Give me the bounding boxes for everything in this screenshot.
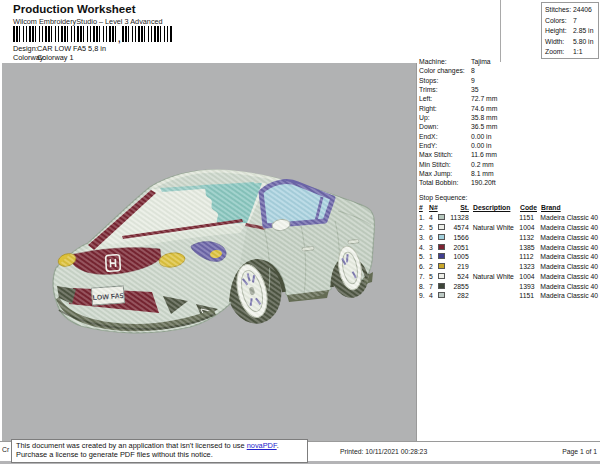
stop-sequence-row: 8.728551393Madeira Classic 40 bbox=[419, 282, 598, 292]
summary-row: Height:2.85 in bbox=[542, 26, 598, 37]
col-header: Description bbox=[473, 203, 518, 213]
machine-label: Right: bbox=[419, 104, 471, 113]
thread-code: 1323 bbox=[519, 262, 538, 272]
footer-page-number: Page 1 of 1 bbox=[540, 448, 597, 455]
row-index: 6. bbox=[419, 262, 429, 272]
thread-brand: Madeira Classic 40 bbox=[540, 213, 598, 223]
thread-swatch bbox=[438, 292, 445, 298]
design-row: Design: CAR LOW FA5 5,8 in bbox=[13, 44, 213, 53]
stop-sequence-row: 2.54574Natural White1004Madeira Classic … bbox=[419, 223, 598, 233]
page-title: Production Worksheet bbox=[13, 3, 135, 15]
footer-created-text: Cr bbox=[2, 446, 9, 453]
thread-code: 1393 bbox=[519, 282, 538, 292]
thread-description: Natural White bbox=[473, 223, 518, 233]
stitch-texture bbox=[42, 163, 387, 343]
machine-row: EndX:0.00 in bbox=[419, 132, 598, 141]
thread-brand: Madeira Classic 40 bbox=[540, 272, 598, 282]
thread-swatch bbox=[438, 234, 445, 240]
machine-label: Color changes: bbox=[419, 66, 471, 75]
machine-row: Max Stitch:11.6 mm bbox=[419, 150, 598, 159]
machine-value: 36.5 mm bbox=[471, 122, 497, 131]
notice-text-1: This document was created by an applicat… bbox=[16, 441, 247, 450]
thread-code: 1385 bbox=[519, 243, 538, 253]
machine-row: Up:35.8 mm bbox=[419, 113, 598, 122]
row-index: 2. bbox=[419, 223, 429, 233]
notice-line-2: Purchase a license to generate PDF files… bbox=[16, 450, 213, 459]
needle-number: 2 bbox=[429, 262, 438, 272]
summary-label: Stitches: bbox=[545, 5, 573, 16]
thread-swatch bbox=[438, 283, 445, 289]
machine-label: Left: bbox=[419, 94, 471, 103]
machine-label: Down: bbox=[419, 122, 471, 131]
summary-value: 7 bbox=[573, 16, 577, 27]
thread-brand: Madeira Classic 40 bbox=[540, 282, 598, 292]
machine-row: Total Bobbin:190.20ft bbox=[419, 178, 598, 187]
car-illustration: LOW FA5 bbox=[2, 63, 416, 441]
machine-label: EndX: bbox=[419, 132, 471, 141]
summary-value: 24406 bbox=[573, 5, 592, 16]
row-index: 4. bbox=[419, 243, 429, 253]
design-canvas: LOW FA5 bbox=[2, 63, 416, 441]
summary-row: Stitches:24406 bbox=[542, 5, 598, 16]
machine-value: 35 bbox=[471, 85, 479, 94]
machine-value: 8 bbox=[471, 66, 475, 75]
stop-sequence-title: Stop Sequence: bbox=[419, 193, 598, 203]
thread-code: 1132 bbox=[519, 233, 538, 243]
novapdf-notice: This document was created by an applicat… bbox=[11, 439, 308, 463]
thread-brand: Madeira Classic 40 bbox=[540, 223, 598, 233]
stitch-count: 2855 bbox=[448, 282, 469, 292]
header-divider bbox=[500, 0, 501, 62]
design-label: Design: bbox=[13, 44, 38, 53]
thread-code: 1112 bbox=[519, 252, 538, 262]
machine-value: 0.2 mm bbox=[471, 160, 494, 169]
needle-number: 5 bbox=[429, 272, 438, 282]
machine-label: Max Stitch: bbox=[419, 150, 471, 159]
stitch-count: 524 bbox=[448, 272, 469, 282]
col-header: N# bbox=[429, 203, 438, 213]
machine-value: 72.7 mm bbox=[471, 94, 497, 103]
machine-label: EndY: bbox=[419, 141, 471, 150]
thread-swatch bbox=[438, 244, 445, 250]
footer-printed: Printed: 10/11/2021 00:28:23 bbox=[340, 448, 427, 455]
notice-text-2: . bbox=[277, 441, 279, 450]
machine-row: Color changes:8 bbox=[419, 66, 598, 75]
machine-row: Down:36.5 mm bbox=[419, 122, 598, 131]
machine-row: Stops:9 bbox=[419, 76, 598, 85]
machine-value: 0.00 in bbox=[471, 132, 491, 141]
col-header: St. bbox=[448, 203, 469, 213]
machine-label: Up: bbox=[419, 113, 471, 122]
machine-value: 11.6 mm bbox=[471, 150, 497, 159]
machine-row: Machine:Tajima bbox=[419, 57, 598, 66]
thread-brand: Madeira Classic 40 bbox=[540, 291, 598, 301]
machine-row: Left:72.7 mm bbox=[419, 94, 598, 103]
machine-value: Tajima bbox=[471, 57, 491, 66]
machine-value: 9 bbox=[471, 76, 475, 85]
needle-number: 1 bbox=[429, 252, 438, 262]
needle-number: 4 bbox=[429, 291, 438, 301]
row-index: 8. bbox=[419, 282, 429, 292]
colorway-row: Colorway: Colorway 1 bbox=[13, 53, 213, 62]
thread-swatch bbox=[438, 214, 445, 220]
machine-row: Max Jump:8.1 mm bbox=[419, 169, 598, 178]
barcode-bars-right bbox=[122, 26, 172, 42]
summary-value: 5.80 in bbox=[573, 37, 593, 48]
stop-sequence-header: # N# St. Description Code Brand bbox=[419, 203, 598, 213]
thread-description: Natural White bbox=[473, 272, 518, 282]
stop-sequence-row: 4.320511385Madeira Classic 40 bbox=[419, 243, 598, 253]
thread-swatch bbox=[438, 273, 445, 279]
novapdf-link[interactable]: novaPDF bbox=[247, 441, 277, 450]
machine-value: 8.1 mm bbox=[471, 169, 494, 178]
stop-sequence-row: 5.110051112Madeira Classic 40 bbox=[419, 252, 598, 262]
panel-divider bbox=[416, 63, 417, 441]
col-header: Brand bbox=[541, 203, 598, 213]
machine-value: 0.00 in bbox=[471, 141, 491, 150]
machine-value: 74.6 mm bbox=[471, 104, 497, 113]
stitch-count: 11328 bbox=[448, 213, 469, 223]
stop-sequence-row: 3.615661132Madeira Classic 40 bbox=[419, 233, 598, 243]
barcode-bars-left bbox=[13, 26, 117, 42]
needle-number: 4 bbox=[429, 213, 438, 223]
summary-row: Width:5.80 in bbox=[542, 37, 598, 48]
thread-swatch bbox=[438, 263, 445, 269]
machine-label: Stops: bbox=[419, 76, 471, 85]
design-value: CAR LOW FA5 5,8 in bbox=[37, 44, 106, 53]
